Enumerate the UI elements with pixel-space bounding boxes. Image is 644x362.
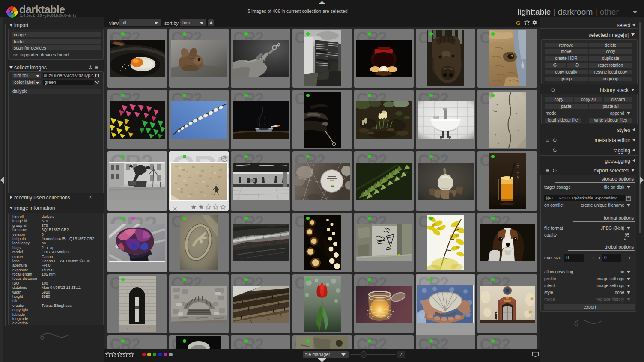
svg-text:VERTICALE: VERTICALE [516, 163, 519, 183]
